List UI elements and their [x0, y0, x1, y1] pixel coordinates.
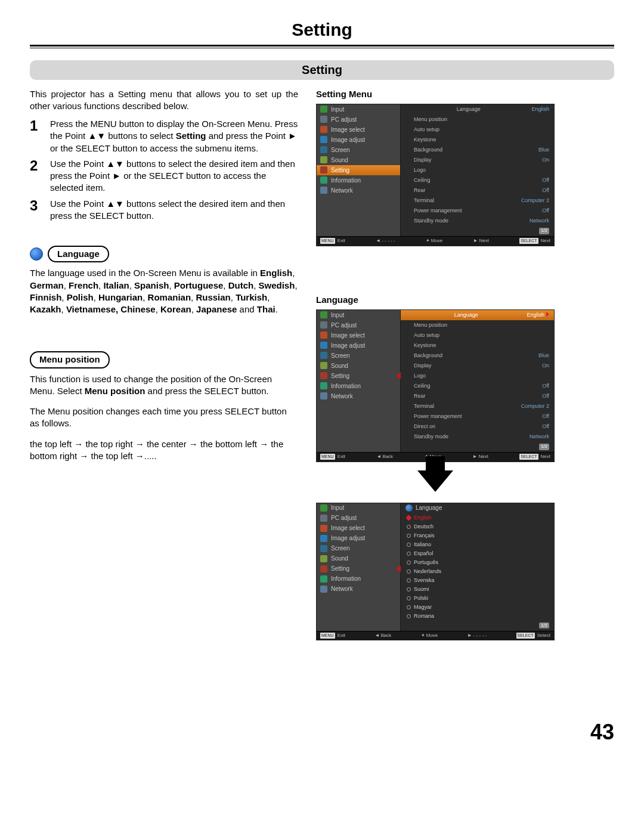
nav-information[interactable]: Information	[317, 381, 400, 391]
opt-display[interactable]: DisplayOn	[401, 155, 554, 165]
nav-sound[interactable]: Sound	[317, 554, 400, 564]
nav-pc-adjust[interactable]: PC adjust	[317, 114, 400, 125]
step-2: 2 Use the Point ▲▼ buttons to select the…	[30, 158, 298, 194]
l: Menu position	[414, 116, 447, 123]
nav-sound[interactable]: Sound	[317, 155, 400, 165]
nav-input[interactable]: Input	[317, 503, 400, 513]
nav-screen[interactable]: Screen	[317, 145, 400, 155]
opt-menu-position[interactable]: Menu position	[401, 320, 554, 330]
opt-standby-mode[interactable]: Standby modeNetwork	[401, 432, 554, 442]
right-icon: ►	[473, 454, 478, 460]
lang-magyar[interactable]: Magyar	[401, 603, 554, 612]
opt-keystone[interactable]: Keystone	[401, 135, 554, 145]
v: Off	[542, 423, 549, 430]
pc-icon	[320, 321, 327, 329]
v: Off	[542, 207, 549, 214]
nav-input[interactable]: Input	[317, 104, 400, 114]
t: Korean	[160, 304, 191, 314]
l: Magyar	[414, 603, 432, 611]
nav-pc-adjust[interactable]: PC adjust	[317, 513, 400, 524]
t: Menu position	[85, 386, 145, 396]
step-list: 1 Press the MENU button to display the O…	[30, 118, 298, 222]
lang-francais[interactable]: Français	[401, 531, 554, 540]
step-text: Use the Point ▲▼ buttons to select the d…	[50, 158, 298, 194]
nav-network[interactable]: Network	[317, 391, 400, 401]
opt-power-management[interactable]: Power managementOff	[401, 206, 554, 216]
lang-english[interactable]: English	[401, 513, 554, 522]
l: Setting	[331, 166, 349, 175]
opt-logo[interactable]: Logo	[401, 371, 554, 381]
lang-romana[interactable]: Romana	[401, 612, 554, 621]
osd-nav: Input PC adjust Image select Image adjus…	[317, 503, 400, 631]
opt-background[interactable]: BackgroundBlue	[401, 351, 554, 361]
opt-menu-position[interactable]: Menu position	[401, 114, 554, 125]
nav-setting[interactable]: Setting	[317, 371, 400, 381]
nav-image-adjust[interactable]: Image adjust	[317, 534, 400, 544]
down-arrow-icon	[417, 470, 453, 492]
opt-logo[interactable]: Logo	[401, 165, 554, 175]
l: Background	[414, 146, 442, 153]
nav-setting[interactable]: Setting	[317, 165, 400, 175]
opt-auto-setup[interactable]: Auto setup	[401, 330, 554, 340]
v: On	[542, 156, 549, 163]
opt-auto-setup[interactable]: Auto setup	[401, 125, 554, 135]
nav-image-adjust[interactable]: Image adjust	[317, 135, 400, 145]
lang-suomi[interactable]: Suomi	[401, 585, 554, 594]
v: Blue	[538, 146, 549, 153]
opt-language[interactable]: LanguageEnglish	[401, 310, 554, 320]
opt-background[interactable]: BackgroundBlue	[401, 145, 554, 155]
nav-pc-adjust[interactable]: PC adjust	[317, 320, 400, 330]
lang-italiano[interactable]: Italiano	[401, 540, 554, 549]
t: Move	[426, 633, 438, 639]
nav-information[interactable]: Information	[317, 175, 400, 185]
nav-screen[interactable]: Screen	[317, 544, 400, 554]
nav-network[interactable]: Network	[317, 584, 400, 594]
nav-sound[interactable]: Sound	[317, 361, 400, 371]
lang-svenska[interactable]: Svenska	[401, 576, 554, 585]
opt-language[interactable]: LanguageEnglish	[401, 104, 554, 114]
osd-language-list: Input PC adjust Image select Image adjus…	[316, 503, 555, 641]
sound-icon	[320, 362, 327, 369]
hint-next: ►Next	[473, 238, 489, 244]
nav-network[interactable]: Network	[317, 185, 400, 196]
nav-information[interactable]: Information	[317, 574, 400, 584]
lang-nederlands[interactable]: Nederlands	[401, 567, 554, 576]
nav-screen[interactable]: Screen	[317, 351, 400, 361]
l: Input	[331, 106, 344, 114]
opt-keystone[interactable]: Keystone	[401, 340, 554, 351]
opt-display[interactable]: DisplayOn	[401, 361, 554, 371]
radio-icon	[407, 569, 411, 574]
t: Romanian	[148, 292, 191, 302]
t: English	[260, 268, 292, 278]
lang-espanol[interactable]: Español	[401, 549, 554, 558]
nav-image-select[interactable]: Image select	[317, 125, 400, 135]
nav-setting[interactable]: Setting	[317, 564, 400, 574]
lang-deutsch[interactable]: Deutsch	[401, 522, 554, 531]
nav-image-adjust[interactable]: Image adjust	[317, 340, 400, 351]
nav-image-select[interactable]: Image select	[317, 524, 400, 534]
screen-icon	[320, 352, 327, 359]
updown-icon: ✦	[421, 633, 425, 639]
l: Information	[331, 575, 361, 583]
t: Next	[541, 454, 550, 460]
l: Standby mode	[414, 217, 448, 224]
l: Power management	[414, 207, 462, 214]
opt-direct-on[interactable]: Direct onOff	[401, 422, 554, 432]
opt-ceiling[interactable]: CeilingOff	[401, 381, 554, 391]
hint-menu-exit: MENUExit	[320, 454, 345, 460]
opt-ceiling[interactable]: CeilingOff	[401, 175, 554, 185]
opt-terminal[interactable]: TerminalComputer 2	[401, 196, 554, 206]
t: Next	[478, 454, 488, 460]
nav-input[interactable]: Input	[317, 310, 400, 320]
l: Image select	[331, 332, 365, 340]
opt-terminal[interactable]: TerminalComputer 2	[401, 401, 554, 411]
opt-rear[interactable]: RearOff	[401, 185, 554, 196]
opt-rear[interactable]: RearOff	[401, 391, 554, 401]
lang-portugues[interactable]: Português	[401, 558, 554, 567]
t: Back	[380, 633, 391, 639]
opt-power-management[interactable]: Power managementOff	[401, 411, 554, 422]
lang-polski[interactable]: Polski	[401, 594, 554, 603]
nav-image-select[interactable]: Image select	[317, 330, 400, 340]
opt-standby-mode[interactable]: Standby modeNetwork	[401, 216, 554, 226]
t: ,	[143, 292, 147, 302]
